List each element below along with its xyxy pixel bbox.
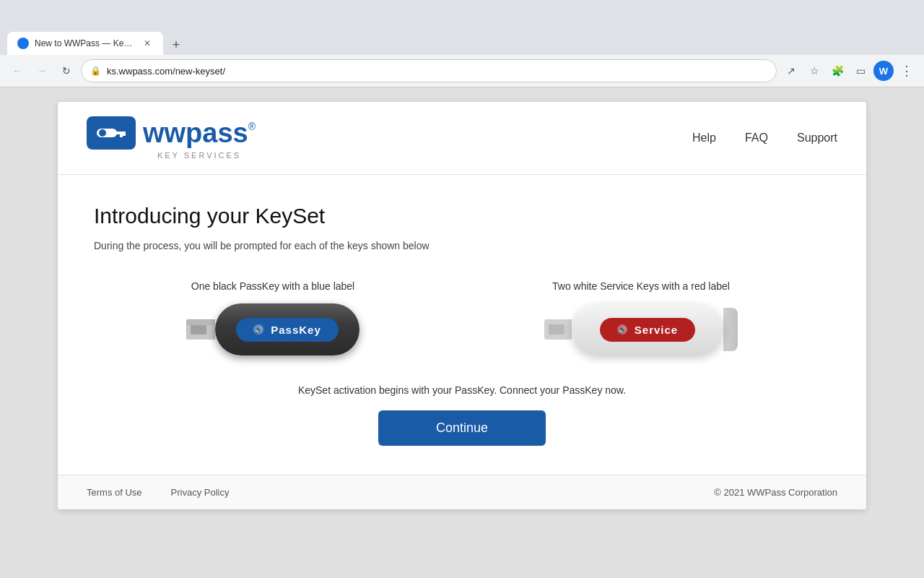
servicekey-label: 🔊 Service [600,318,695,342]
servicekey-body: 🔊 Service [572,303,723,355]
site-nav: Help FAQ Support [692,131,837,144]
svg-rect-4 [120,131,123,137]
passkey-label-text: PassKey [271,324,321,336]
page-card: wwpass® KEY SERVICES Help FAQ Support In… [58,102,866,509]
privacy-link[interactable]: Privacy Policy [171,487,230,498]
passkey-description: One black PassKey with a blue label [191,280,354,292]
servicekey-description: Two white Service Keys with a red label [552,280,730,292]
toolbar-icons: ↗ ☆ 🧩 ▭ W ⋮ [781,61,917,81]
browser-titlebar [0,0,924,29]
tab-title: New to WWPass — Key Services — W… [35,38,136,48]
logo-area: wwpass® KEY SERVICES [87,116,256,160]
tab-favicon [17,38,29,49]
page-title: Introducing your KeySet [94,204,830,228]
passkey-label: 🔊 PassKey [236,318,339,342]
terms-link[interactable]: Terms of Use [87,487,142,498]
passkey-body: 🔊 PassKey [215,303,359,355]
extensions-icon[interactable]: 🧩 [827,61,847,81]
active-tab[interactable]: New to WWPass — Key Services — W… ✕ [7,32,163,55]
browser-toolbar: ← → ↻ 🔒 ks.wwpass.com/new-keyset/ ↗ ☆ 🧩 … [0,55,924,87]
logo-box: wwpass® [87,116,256,150]
copyright-text: © 2021 WWPass Corporation [714,487,837,498]
continue-button[interactable]: Continue [378,410,546,446]
nav-support-link[interactable]: Support [797,131,837,144]
servicekey-label-text: Service [635,324,678,336]
new-tab-button[interactable]: + [166,35,186,55]
logo-icon [87,116,136,150]
passkey-visual: 🔊 PassKey [186,303,359,355]
browser-chrome: New to WWPass — Key Services — W… ✕ + ← … [0,0,924,87]
servicekey-item: Two white Service Keys with a red label … [544,280,738,355]
servicekey-visual: 🔊 Service [544,303,738,355]
logo-text: wwpass® [143,118,256,149]
tab-close-button[interactable]: ✕ [141,38,153,49]
profile-button[interactable]: W [873,61,894,81]
footer-links: Terms of Use Privacy Policy [87,487,230,498]
nav-faq-link[interactable]: FAQ [745,131,768,144]
logo-subtitle: KEY SERVICES [157,151,241,160]
keys-container: One black PassKey with a blue label 🔊 Pa… [94,280,830,355]
svg-point-2 [99,129,106,137]
servicekey-end-cap [723,308,738,351]
lock-icon: 🔒 [90,66,101,76]
activation-text: KeySet activation begins with your PassK… [94,384,830,396]
url-text: ks.wwpass.com/new-keyset/ [107,66,767,77]
passkey-speaker-icon: 🔊 [253,324,263,335]
bookmark-icon[interactable]: ☆ [804,61,824,81]
svg-point-0 [19,40,27,47]
servicekey-speaker-icon: 🔊 [617,324,627,335]
menu-button[interactable]: ⋮ [897,61,917,81]
servicekey-connector [544,319,572,340]
address-bar[interactable]: 🔒 ks.wwpass.com/new-keyset/ [81,59,777,82]
passkey-connector [186,319,215,340]
svg-rect-5 [123,131,126,136]
refresh-button[interactable]: ↻ [56,61,77,81]
passkey-item: One black PassKey with a blue label 🔊 Pa… [186,280,359,355]
back-button[interactable]: ← [7,61,27,81]
page-wrapper: wwpass® KEY SERVICES Help FAQ Support In… [0,87,924,524]
site-footer: Terms of Use Privacy Policy © 2021 WWPas… [58,475,866,509]
site-header: wwpass® KEY SERVICES Help FAQ Support [58,102,866,175]
tab-bar: New to WWPass — Key Services — W… ✕ + [0,29,924,55]
share-icon[interactable]: ↗ [781,61,801,81]
forward-button[interactable]: → [32,61,52,81]
nav-help-link[interactable]: Help [692,131,716,144]
reader-mode-icon[interactable]: ▭ [850,61,871,81]
main-content: Introducing your KeySet During the proce… [58,175,866,475]
intro-text: During the process, you will be prompted… [94,240,830,251]
